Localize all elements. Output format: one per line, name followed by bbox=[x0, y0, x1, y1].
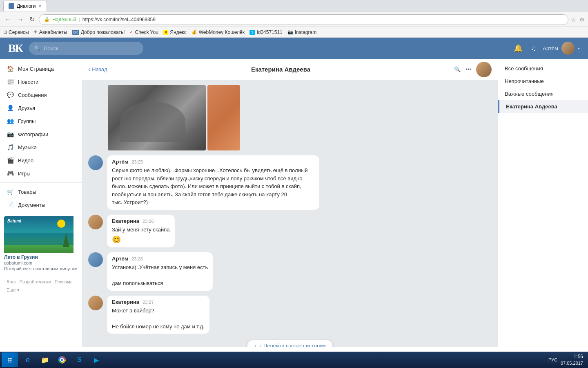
footer-more[interactable]: Ещё ▾ bbox=[7, 287, 20, 293]
bookmark-aviatickets[interactable]: ✈ Авиабилеты bbox=[34, 29, 67, 35]
sidebar-item-docs[interactable]: 📄 Документы bbox=[0, 198, 82, 211]
sidebar-item-friends[interactable]: 👤 Друзья bbox=[0, 101, 82, 114]
message-row: Артём 23:25 Серые фото не люблю)...Формы… bbox=[88, 155, 492, 210]
user-menu[interactable]: Артём ▾ bbox=[543, 42, 580, 55]
search-input[interactable] bbox=[44, 45, 138, 52]
sidebar-item-mypage[interactable]: 🏠 Моя Страница bbox=[0, 62, 82, 75]
bookmark-star-icon[interactable]: ☆ bbox=[571, 16, 576, 23]
url-text: https://vk.com/im?sel=404969359 bbox=[82, 17, 156, 22]
message-row: Екатерина 23:26 Зай у меня нету скайпа 😊 bbox=[88, 215, 492, 248]
sidebar-item-video[interactable]: 🎬 Видео bbox=[0, 154, 82, 167]
all-messages-label: Все сообщения bbox=[505, 65, 543, 72]
bookmark-checkyou[interactable]: ✓ Check You bbox=[129, 29, 158, 35]
photo-bw[interactable] bbox=[108, 85, 206, 150]
ad-image: Batumi bbox=[4, 216, 74, 253]
message-text: Серые фото не люблю)...Формы хорошие...Х… bbox=[112, 166, 314, 206]
chevron-down-icon: ▾ bbox=[578, 46, 580, 51]
sidebar-label: Новости bbox=[18, 79, 38, 85]
sidebar-label: Видео bbox=[18, 157, 33, 164]
footer-dev[interactable]: Разработчикам bbox=[20, 279, 51, 284]
bookmark-label: id04571511 bbox=[257, 29, 283, 35]
skype-icon[interactable]: S bbox=[71, 352, 87, 367]
address-bar[interactable]: 🔒 Надёжный | https://vk.com/im?sel=40496… bbox=[39, 14, 568, 25]
message-time: 23:26 bbox=[131, 256, 143, 261]
vk-icon: ВК bbox=[72, 30, 79, 35]
all-messages-item[interactable]: Все сообщения bbox=[498, 62, 588, 75]
chat-messages: Артём 23:25 Серые фото не люблю)...Формы… bbox=[82, 80, 498, 347]
time-display: 1:56 bbox=[561, 353, 583, 360]
message-bubble: Екатерина 23:27 Может в вайбер?Не бойся … bbox=[107, 296, 209, 334]
message-text: Может в вайбер?Не бойся номер не кому не… bbox=[112, 307, 205, 331]
extensions-icon[interactable]: ⚙ bbox=[579, 16, 585, 23]
sidebar-label: Товары bbox=[18, 189, 36, 195]
browser-tab[interactable]: Диалоги ✕ bbox=[3, 1, 47, 11]
message-row: Екатерина 23:27 Может в вайбер?Не бойся … bbox=[88, 296, 492, 334]
back-button[interactable]: ‹ Назад bbox=[88, 66, 107, 73]
bell-icon[interactable]: 🔔 bbox=[514, 44, 523, 53]
vk-search-box[interactable]: 🔍 bbox=[29, 42, 143, 55]
tab-close-button[interactable]: ✕ bbox=[38, 4, 42, 9]
message-time: 23:25 bbox=[131, 159, 143, 164]
sidebar-label: Игры bbox=[18, 171, 31, 177]
footer-ad[interactable]: Реклама bbox=[55, 279, 73, 284]
bookmark-instagram[interactable]: 📷 Instagram bbox=[287, 29, 316, 35]
games-icon: 🎮 bbox=[7, 170, 14, 177]
taskbar: ⊞ e 📁 S ▶ РУС 1:56 07 bbox=[0, 352, 588, 368]
bookmark-servisy[interactable]: ⊞ Сервисы bbox=[3, 29, 29, 35]
user-avatar[interactable] bbox=[561, 42, 575, 55]
sidebar-item-messages[interactable]: 💬 Сообщения bbox=[0, 88, 82, 101]
bookmark-yandex[interactable]: Я Яндекс bbox=[163, 29, 187, 35]
user-name: Артём bbox=[543, 45, 558, 52]
sidebar-item-shop[interactable]: 🛒 Товары bbox=[0, 185, 82, 198]
sidebar-item-groups[interactable]: 👥 Группы bbox=[0, 114, 82, 128]
contact-avatar[interactable] bbox=[476, 62, 492, 77]
explorer-icon[interactable]: 📁 bbox=[37, 352, 53, 367]
ie-icon[interactable]: e bbox=[20, 352, 36, 367]
start-button[interactable]: ⊞ bbox=[2, 352, 18, 367]
sidebar-item-news[interactable]: 📰 Новости bbox=[0, 75, 82, 88]
music-icon[interactable]: ♫ bbox=[531, 44, 537, 53]
bookmark-webmoney[interactable]: 💰 WebMoney Кошелёк bbox=[192, 29, 245, 35]
bookmark-welcome[interactable]: ВК Добро пожаловать! bbox=[72, 29, 125, 35]
ad-block[interactable]: Batumi Лето в Грузии gobatumi.com Потеря… bbox=[4, 216, 78, 271]
bookmark-icon: 💰 bbox=[192, 29, 197, 35]
separator: | bbox=[79, 17, 80, 22]
windows-media-icon[interactable]: ▶ bbox=[88, 352, 105, 367]
chrome-icon[interactable] bbox=[54, 352, 70, 367]
jump-to-end-button[interactable]: ↓ ↓ Перейти в конец истории bbox=[247, 340, 332, 347]
sidebar-label: Сообщения bbox=[18, 92, 47, 98]
bookmark-skype[interactable]: S id04571511 bbox=[249, 29, 283, 35]
katya-avatar bbox=[88, 296, 103, 310]
contact-item-katya[interactable]: Екатерина Авдеева bbox=[498, 100, 588, 113]
unread-messages-item[interactable]: Непрочитанные bbox=[498, 75, 588, 88]
taskbar-pinned-apps: e 📁 S ▶ bbox=[20, 352, 105, 367]
sidebar-item-photos[interactable]: 📷 Фотографии bbox=[0, 128, 82, 141]
message-bubble: Артём 23:25 Серые фото не люблю)...Формы… bbox=[107, 155, 319, 210]
refresh-button[interactable]: ↻ bbox=[28, 15, 36, 24]
header-notifications: 🔔 ♫ bbox=[514, 44, 537, 53]
photo-color[interactable] bbox=[207, 85, 240, 150]
message-sender: Артём bbox=[112, 159, 128, 165]
windows-icon: ⊞ bbox=[7, 356, 13, 364]
footer-blog[interactable]: Блог bbox=[7, 279, 16, 284]
sidebar-item-games[interactable]: 🎮 Игры bbox=[0, 167, 82, 180]
toolbar-icons: ☆ ⚙ bbox=[571, 16, 585, 23]
message-sender: Екатерина bbox=[112, 218, 139, 224]
back-button[interactable]: ← bbox=[3, 15, 13, 24]
more-options-icon[interactable]: ••• bbox=[466, 66, 471, 72]
taskbar-clock: 1:56 07.05.2017 bbox=[561, 353, 583, 366]
shop-icon: 🛒 bbox=[7, 188, 14, 195]
sidebar-item-music[interactable]: 🎵 Музыка bbox=[0, 141, 82, 154]
vk-logo[interactable]: ВК bbox=[8, 42, 22, 55]
date-display: 07.05.2017 bbox=[561, 360, 583, 366]
message-time: 23:26 bbox=[143, 219, 154, 224]
search-chat-icon[interactable]: 🔍 bbox=[454, 66, 461, 72]
bookmark-label: Яндекс bbox=[170, 29, 186, 35]
message-text: Зай у меня нету скайпа bbox=[112, 226, 170, 234]
important-messages-item[interactable]: Важные сообщения bbox=[498, 88, 588, 100]
left-sidebar: 🏠 Моя Страница 📰 Новости 💬 Сообщения 👤 Д… bbox=[0, 59, 82, 368]
bookmark-label: Check You bbox=[135, 29, 158, 35]
jump-to-end-label: ↓ Перейти в конец истории bbox=[259, 343, 326, 347]
forward-button[interactable]: → bbox=[16, 15, 25, 24]
chat-header-icons: 🔍 ••• bbox=[454, 66, 471, 72]
